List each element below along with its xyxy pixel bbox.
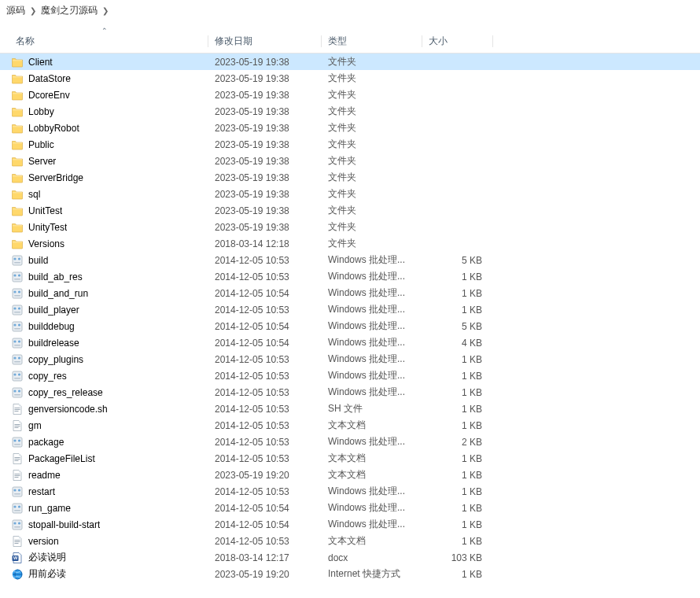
cell-size: 1 KB <box>422 371 493 382</box>
cell-type: Windows 批处理... <box>322 518 422 531</box>
file-row[interactable]: Public2023-05-19 19:38文件夹 <box>0 136 700 153</box>
file-row[interactable]: copy_plugins2014-12-05 10:53Windows 批处理.… <box>0 351 700 367</box>
cell-date: 2023-05-19 19:38 <box>208 172 322 183</box>
file-row[interactable]: readme2023-05-19 19:20文本文档1 KB <box>0 467 700 483</box>
cell-name: Versions <box>0 238 208 250</box>
cell-date: 2014-12-05 10:53 <box>208 404 322 415</box>
file-row[interactable]: Server2023-05-19 19:38文件夹 <box>0 153 700 169</box>
cell-name: genversioncode.sh <box>0 403 208 415</box>
file-row[interactable]: Client2023-05-19 19:38文件夹 <box>0 54 700 70</box>
folder-icon <box>11 56 24 68</box>
cell-type: 文件夹 <box>322 171 422 184</box>
file-row[interactable]: run_game2014-12-05 10:54Windows 批处理...1 … <box>0 500 700 516</box>
cell-type: Windows 批处理... <box>322 336 422 349</box>
file-row[interactable]: DcoreEnv2023-05-19 19:38文件夹 <box>0 87 700 103</box>
chevron-right-icon: ❯ <box>102 6 109 15</box>
cell-type: 文件夹 <box>322 88 422 102</box>
cell-name: Lobby <box>0 105 208 118</box>
column-header-name[interactable]: ⌃ 名称 <box>0 30 208 53</box>
cell-date: 2023-05-19 19:38 <box>208 106 322 117</box>
cell-name: build_ab_res <box>0 271 208 283</box>
file-row[interactable]: build2014-12-05 10:53Windows 批处理...5 KB <box>0 252 700 268</box>
file-name-label: build_player <box>28 305 79 316</box>
file-row[interactable]: LobbyRobot2023-05-19 19:38文件夹 <box>0 120 700 136</box>
file-row[interactable]: DataStore2023-05-19 19:38文件夹 <box>0 70 700 87</box>
file-row[interactable]: 必读说明2018-03-14 12:17docx103 KB <box>0 549 700 566</box>
cell-type: Windows 批处理... <box>322 369 422 382</box>
file-row[interactable]: builddebug2014-12-05 10:54Windows 批处理...… <box>0 318 700 334</box>
column-header-date[interactable]: 修改日期 <box>208 30 322 53</box>
cell-name: Client <box>0 56 208 68</box>
file-name-label: LobbyRobot <box>28 123 79 134</box>
cell-type: 文件夹 <box>322 72 422 85</box>
bat-icon <box>11 370 24 382</box>
file-row[interactable]: build_player2014-12-05 10:53Windows 批处理.… <box>0 301 700 318</box>
file-row[interactable]: stopall-build-start2014-12-05 10:54Windo… <box>0 516 700 533</box>
bat-icon <box>11 320 24 333</box>
cell-size: 1 KB <box>422 354 493 365</box>
txt-icon <box>11 535 24 548</box>
file-name-label: build_and_run <box>28 288 88 299</box>
file-name-label: readme <box>28 470 61 481</box>
file-name-label: copy_res_release <box>28 387 103 398</box>
bat-icon <box>11 485 24 498</box>
cell-name: build_and_run <box>0 287 208 300</box>
cell-type: Windows 批处理... <box>322 286 422 300</box>
cell-type: docx <box>322 552 422 563</box>
file-row[interactable]: gm2014-12-05 10:53文本文档1 KB <box>0 417 700 434</box>
cell-name: UnityTest <box>0 221 208 234</box>
cell-type: 文件夹 <box>322 187 422 201</box>
file-name-label: DcoreEnv <box>28 90 70 101</box>
cell-name: UnitTest <box>0 205 208 217</box>
cell-name: version <box>0 535 208 548</box>
cell-date: 2014-12-05 10:54 <box>208 288 322 299</box>
file-row[interactable]: sql2023-05-19 19:38文件夹 <box>0 186 700 202</box>
cell-size: 1 KB <box>422 271 493 282</box>
column-header-type-label: 类型 <box>328 35 347 48</box>
file-row[interactable]: copy_res_release2014-12-05 10:53Windows … <box>0 384 700 401</box>
breadcrumb-seg-0[interactable]: 源码 <box>6 4 25 17</box>
breadcrumb-seg-1[interactable]: 魔剑之刃源码 <box>41 4 98 17</box>
cell-type: 文件夹 <box>322 154 422 168</box>
cell-size: 1 KB <box>422 288 493 299</box>
breadcrumb[interactable]: 源码 ❯ 魔剑之刃源码 ❯ <box>0 0 700 22</box>
file-row[interactable]: UnitTest2023-05-19 19:38文件夹 <box>0 202 700 219</box>
column-header-size[interactable]: 大小 <box>422 30 493 53</box>
folder-icon <box>11 172 24 184</box>
txt-icon <box>11 452 24 465</box>
file-row[interactable]: UnityTest2023-05-19 19:38文件夹 <box>0 219 700 235</box>
cell-name: builddebug <box>0 320 208 333</box>
cell-name: build <box>0 254 208 267</box>
bat-icon <box>11 271 24 283</box>
bat-icon <box>11 502 24 515</box>
column-header-name-label: 名称 <box>16 35 35 48</box>
file-row[interactable]: build_and_run2014-12-05 10:54Windows 批处理… <box>0 285 700 301</box>
file-row[interactable]: PackageFileList2014-12-05 10:53文本文档1 KB <box>0 450 700 467</box>
file-row[interactable]: genversioncode.sh2014-12-05 10:53SH 文件1 … <box>0 401 700 417</box>
file-row[interactable]: 用前必读2023-05-19 19:20Internet 快捷方式1 KB <box>0 566 700 582</box>
file-row[interactable]: buildrelease2014-12-05 10:54Windows 批处理.… <box>0 334 700 351</box>
folder-icon <box>11 221 24 234</box>
file-row[interactable]: package2014-12-05 10:53Windows 批处理...2 K… <box>0 434 700 450</box>
column-header-type[interactable]: 类型 <box>322 30 422 53</box>
file-row[interactable]: Lobby2023-05-19 19:38文件夹 <box>0 103 700 120</box>
file-row[interactable]: copy_res2014-12-05 10:53Windows 批处理...1 … <box>0 367 700 384</box>
cell-name: copy_res <box>0 370 208 382</box>
url-icon <box>11 568 24 581</box>
file-name-label: gm <box>28 420 42 431</box>
cell-date: 2014-12-05 10:53 <box>208 536 322 547</box>
cell-size: 103 KB <box>422 552 493 563</box>
cell-name: stopall-build-start <box>0 519 208 531</box>
file-row[interactable]: build_ab_res2014-12-05 10:53Windows 批处理.… <box>0 268 700 285</box>
cell-name: run_game <box>0 502 208 515</box>
file-row[interactable]: restart2014-12-05 10:53Windows 批处理...1 K… <box>0 483 700 500</box>
file-row[interactable]: ServerBridge2023-05-19 19:38文件夹 <box>0 169 700 186</box>
file-row[interactable]: version2014-12-05 10:53文本文档1 KB <box>0 533 700 549</box>
cell-type: 文件夹 <box>322 237 422 250</box>
cell-date: 2014-12-05 10:54 <box>208 503 322 514</box>
cell-size: 1 KB <box>422 420 493 431</box>
bat-icon <box>11 353 24 366</box>
file-name-label: Lobby <box>28 106 54 117</box>
cell-name: ServerBridge <box>0 172 208 184</box>
file-row[interactable]: Versions2018-03-14 12:18文件夹 <box>0 235 700 252</box>
